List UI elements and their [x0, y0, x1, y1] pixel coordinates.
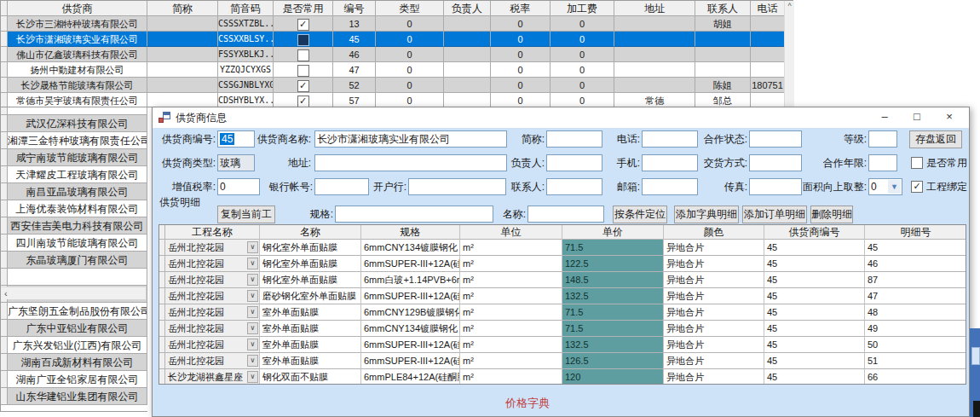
common-use-checkbox[interactable] [911, 157, 923, 169]
table-cell[interactable]: 长沙市潇湘玻璃实业有限公司 [8, 32, 147, 47]
column-header[interactable]: 编号 [333, 1, 376, 16]
column-header[interactable]: 明细号 [865, 225, 966, 240]
table-cell[interactable] [444, 78, 491, 93]
table-cell[interactable] [695, 62, 751, 78]
list-item[interactable]: 广东兴发铝业(江西)有限公司 [1, 337, 147, 354]
abbr-input[interactable] [546, 130, 602, 148]
name-filter-input[interactable] [527, 206, 604, 223]
list-item[interactable]: 西安佳吉美电力科技有限公司 [1, 217, 147, 235]
table-cell[interactable]: 46 [333, 47, 376, 62]
table-cell[interactable]: 0 [491, 16, 551, 32]
chevron-down-icon[interactable]: ∨ [247, 306, 258, 318]
table-cell[interactable]: 佛山市亿鑫玻璃科技有限公司 [8, 47, 147, 62]
detail-grid-cell[interactable]: 异地合片 [664, 353, 764, 369]
detail-grid-cell[interactable]: m² [460, 288, 562, 304]
contact-input[interactable] [546, 178, 602, 195]
project-combo-cell[interactable]: 长沙龙湖祺鑫星座∨ [165, 369, 260, 385]
detail-grid-cell[interactable]: 异地合片 [664, 337, 764, 353]
column-header[interactable]: 单位 [460, 225, 562, 240]
minimize-button[interactable]: – [868, 107, 901, 128]
column-header[interactable]: 名称 [260, 225, 361, 240]
address-input[interactable] [314, 154, 507, 171]
column-header[interactable]: 工程名称 [165, 225, 260, 240]
table-cell[interactable]: 0 [376, 47, 444, 62]
table-cell[interactable] [147, 32, 218, 47]
supplier-name-cell[interactable]: 广东坚朗五金制品股份有限公司 [8, 303, 147, 320]
detail-grid-cell[interactable]: 132.5 [562, 337, 664, 353]
detail-grid-cell[interactable]: 异地合片 [664, 304, 764, 321]
bank_account-input[interactable] [314, 178, 369, 195]
close-button[interactable]: × [933, 107, 966, 128]
detail-grid-cell[interactable]: 45 [865, 240, 966, 256]
detail-grid-cell[interactable]: 132.5 [562, 288, 664, 304]
detail-grid-cell[interactable]: 87 [865, 272, 966, 288]
chevron-down-icon[interactable]: ∨ [247, 290, 258, 302]
table-cell[interactable]: YZZQJCYXGS [218, 62, 274, 78]
table-cell[interactable]: 0 [376, 78, 444, 93]
detail-grid-cell[interactable]: 71.5 [562, 304, 664, 321]
supplier-name-cell[interactable]: 上海优泰装饰材料有限公司 [8, 200, 147, 217]
project-combo-cell[interactable]: 岳州北控花园∨ [165, 272, 260, 288]
list-item[interactable]: 湘潭三金特种玻璃有限责任公司 [1, 132, 147, 149]
detail-grid-cell[interactable]: 45 [764, 288, 865, 304]
table-cell[interactable]: 常德 [614, 93, 695, 107]
common-use-checkbox[interactable] [297, 96, 309, 107]
table-cell[interactable]: 0 [551, 93, 614, 107]
detail-grid-cell[interactable]: 异地合片 [664, 256, 764, 272]
table-cell[interactable] [274, 93, 333, 107]
project-combo-cell[interactable]: 岳州北控花园∨ [165, 321, 260, 337]
chevron-down-icon[interactable]: ∨ [247, 371, 258, 383]
table-row[interactable]: 长沙市三湘特种玻璃有限公司CSSSXTZBL...13000胡姐 [1, 16, 793, 32]
project-combo-cell[interactable]: 岳州北控花园∨ [165, 353, 260, 369]
supplier-name-cell[interactable]: 武汉亿深科技有限公司 [8, 115, 147, 132]
detail-grid-cell[interactable]: 磨砂钢化室外单面贴膜 [260, 288, 361, 304]
table-cell[interactable] [751, 93, 785, 107]
supplier-name-cell[interactable]: 山东华建铝业集团有限公司 [8, 388, 147, 405]
supplier-name-cell[interactable]: 四川南玻节能玻璃有限公司 [8, 235, 147, 252]
table-cell[interactable]: 52 [333, 78, 376, 93]
table-cell[interactable]: 0 [491, 62, 551, 78]
project-combo-cell[interactable]: 岳州北控花园∨ [165, 240, 260, 256]
detail-grid-cell[interactable]: 71.5 [562, 240, 664, 256]
column-header[interactable]: 颜色 [664, 225, 764, 240]
bank_branch-input[interactable] [408, 178, 506, 195]
detail-grid-row[interactable]: 岳州北控花园∨钢化室外单面贴膜6mm白玻+1.14PVB+6mm...m²148… [159, 272, 966, 288]
table-cell[interactable]: 0 [376, 93, 444, 107]
supplier-name-cell[interactable]: 西安佳吉美电力科技有限公司 [8, 217, 147, 235]
supplier_type-input[interactable]: 玻璃 [217, 154, 255, 171]
detail-grid-cell[interactable]: 钢化双面不贴膜 [260, 369, 361, 385]
detail-grid-cell[interactable]: 47 [865, 288, 966, 304]
table-cell[interactable] [147, 16, 218, 32]
detail-grid-cell[interactable]: 室外单面贴膜 [260, 304, 361, 321]
table-cell[interactable]: 0 [491, 32, 551, 47]
supplier-name-cell[interactable]: 湖南百成新材料有限公司 [8, 354, 147, 371]
supplier-name-cell[interactable]: 南昌亚晶玻璃有限公司 [8, 183, 147, 200]
detail-grid-cell[interactable]: 45 [764, 337, 865, 353]
table-cell[interactable] [695, 47, 751, 62]
suppliers-table-vertical-scrollbar[interactable]: ^ [784, 1, 794, 107]
supplier-name-cell[interactable]: 广东中亚铝业有限公司 [8, 320, 147, 337]
detail-grid-cell[interactable]: 120 [562, 369, 664, 385]
supplier-name-cell[interactable]: 湘潭三金特种玻璃有限责任公司 [8, 132, 147, 149]
column-header[interactable]: 单价 [562, 225, 664, 240]
column-header[interactable]: 电话 [751, 1, 785, 16]
column-header[interactable]: 是否常用 [274, 1, 333, 16]
detail-grid-cell[interactable]: 室外单面贴膜 [260, 337, 361, 353]
scroll-left-icon[interactable]: ‹ [4, 288, 8, 298]
coop_years-input[interactable] [868, 154, 897, 171]
table-cell[interactable] [444, 93, 491, 107]
table-cell[interactable]: 0 [376, 62, 444, 78]
table-cell[interactable] [751, 16, 785, 32]
table-cell[interactable] [147, 78, 218, 93]
table-row[interactable]: 常德市昊宇玻璃有限责任公司CDSHYBLYX...57000常德邹总 [1, 93, 793, 107]
common-use-checkbox[interactable] [297, 49, 309, 61]
detail-grid-cell[interactable]: 66 [865, 369, 966, 385]
detail-grid-cell[interactable]: 异地合片 [664, 288, 764, 304]
detail-grid-cell[interactable]: 6mm白玻+1.14PVB+6mm... [361, 272, 460, 288]
table-cell[interactable]: CSSXXBLSY... [218, 32, 274, 47]
detail-grid-cell[interactable]: 6mmSUPER-III+12A(硅... [361, 288, 460, 304]
supplier-name-cell[interactable]: 湖南广亚全铝家居有限公司 [8, 371, 147, 388]
detail-grid-cell[interactable]: m² [460, 321, 562, 337]
detail-grid-row[interactable]: 岳州北控花园∨室外单面贴膜6mmCNY129B镀膜钢化m²71.5异地合片454… [159, 304, 966, 321]
table-cell[interactable]: 0 [551, 32, 614, 47]
